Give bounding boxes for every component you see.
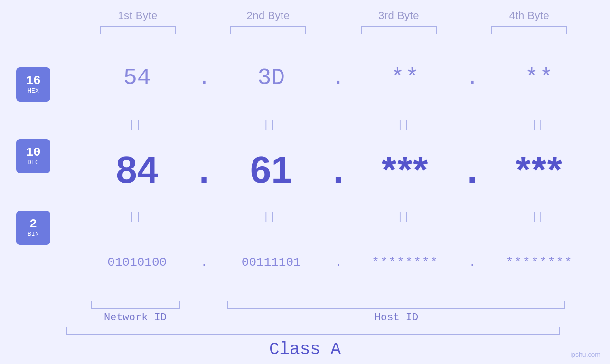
badge-hex: 16 HEX [16,67,50,102]
bin-byte-4: ******** [479,255,600,270]
hex-dot-1: . [197,65,211,91]
equals-hex-dec: || || || || [66,117,610,131]
eq1-b3: || [346,118,466,130]
eq2-b2: || [211,210,331,223]
bin-row: 01010100 . 00111101 . ******** [66,224,610,301]
bracket-cell-2 [203,26,334,34]
hex-byte-2: 3D [211,65,331,91]
dec-byte-3: *** [346,148,466,192]
dec-byte-4: *** [479,148,600,192]
hex-byte-1: 54 [77,65,197,91]
full-bottom-bracket [66,327,560,335]
main-container: 1st Byte 2nd Byte 3rd Byte 4th Byte 16 H… [0,0,610,364]
bottom-brackets-row: Network ID Host ID [66,301,589,324]
eq2-b4: || [479,210,600,223]
content-area: 16 HEX 10 DEC 2 BIN 54 . [0,39,610,301]
class-label: Class A [0,340,610,359]
hex-dot-2: . [331,65,346,91]
dec-dot-3: . [465,148,479,192]
eq2-b1: || [77,210,197,223]
eq1-b2: || [211,118,331,130]
badge-bin-number: 2 [29,217,37,231]
column-headers-row: 1st Byte 2nd Byte 3rd Byte 4th Byte [73,9,595,22]
host-id-bracket-wrap: Host ID [204,301,589,324]
equals-dec-bin: || || || || [66,209,610,224]
col-header-1: 1st Byte [73,9,203,22]
dec-row-inner: 84 . 61 . *** . [77,148,600,192]
col-header-4: 4th Byte [464,9,595,22]
badges-column: 16 HEX 10 DEC 2 BIN [0,39,66,301]
dec-byte-2: 61 [211,148,331,192]
hex-row-inner: 54 . 3D . ** . [77,65,600,91]
bin-dot-3: . [465,255,479,270]
hex-dot-3: . [465,65,479,91]
network-id-bracket [91,301,180,309]
data-grid: 54 . 3D . ** . [66,39,610,301]
watermark: ipshu.com [570,351,601,358]
bracket-cell-1 [73,26,203,34]
bin-row-inner: 01010100 . 00111101 . ******** [77,255,600,270]
bracket-4 [491,26,567,34]
equals-row-2: || || || || [77,209,600,224]
equals-row-1: || || || || [77,117,600,131]
bin-dot-1: . [197,255,211,270]
dec-dot-1: . [197,148,211,192]
top-brackets-row [73,26,595,34]
badge-dec-number: 10 [26,146,40,159]
badge-dec: 10 DEC [16,139,50,173]
badge-bin-label: BIN [28,231,38,238]
dec-dot-2: . [331,148,346,192]
eq1-b1: || [77,118,197,130]
network-id-label: Network ID [104,312,167,324]
eq1-b4: || [479,118,600,130]
bin-byte-3: ******** [346,255,466,270]
bracket-cell-4 [464,26,595,34]
bracket-1 [100,26,176,34]
col-header-2: 2nd Byte [203,9,334,22]
host-id-bracket [227,301,566,309]
host-id-label: Host ID [375,312,418,324]
badge-dec-label: DEC [28,159,38,166]
eq2-b3: || [346,210,466,223]
badge-hex-number: 16 [26,74,40,88]
badge-hex-label: HEX [28,87,38,94]
bracket-3 [361,26,437,34]
badge-bin: 2 BIN [16,211,50,245]
dec-byte-1: 84 [77,148,197,192]
dec-row: 84 . 61 . *** . [66,131,610,209]
network-id-bracket-wrap: Network ID [66,301,204,324]
bin-dot-2: . [331,255,346,270]
hex-byte-3: ** [346,65,466,91]
hex-byte-4: ** [479,65,600,91]
bin-byte-2: 00111101 [211,255,331,270]
bottom-section: Network ID Host ID Class A ipshu.com [0,301,610,364]
bin-byte-1: 01010100 [77,255,197,270]
bracket-cell-3 [334,26,464,34]
hex-row: 54 . 3D . ** . [66,39,610,117]
bracket-2 [230,26,306,34]
col-header-3: 3rd Byte [334,9,464,22]
